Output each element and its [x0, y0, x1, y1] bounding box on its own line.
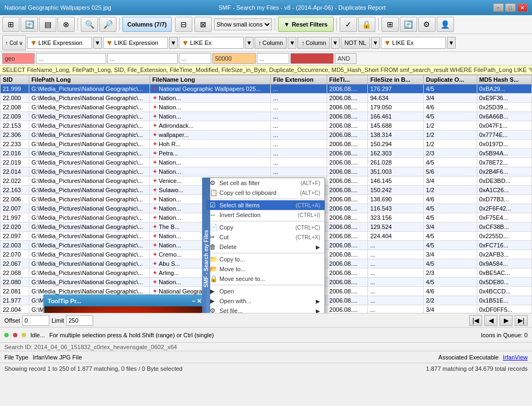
- offset-input[interactable]: [22, 315, 49, 326]
- filter-input-5[interactable]: [212, 53, 256, 64]
- filter-input-3[interactable]: [107, 53, 178, 64]
- menu-sep-3: [206, 253, 325, 253]
- table-row[interactable]: 22.008G:\Media_Pictures\National Geograp…: [1, 103, 532, 112]
- col-filepath[interactable]: FilePath Long: [29, 75, 150, 84]
- last-page-btn[interactable]: ▶|: [515, 315, 528, 326]
- filter-arrow-1[interactable]: ▼: [93, 37, 102, 49]
- menu-select-all[interactable]: ☑ Select all Items (CTRL+A): [206, 200, 325, 210]
- table-header-row: SID FilePath Long FileName Long File Ext…: [1, 75, 532, 84]
- next-page-btn[interactable]: ▶: [499, 315, 512, 326]
- table-row[interactable]: 22.019G:\Media_Pictures\National Geograp…: [1, 158, 532, 167]
- tooltip-close[interactable]: ✕: [197, 298, 202, 305]
- menu-copy-cell[interactable]: 📋 Copy cell to clipboard (ALT+C): [206, 188, 325, 198]
- prev-page-btn[interactable]: ◀: [484, 315, 497, 326]
- col-filesize[interactable]: FileSize in B...: [368, 75, 424, 84]
- col-sort-btn[interactable]: ↑ Col ∨: [2, 35, 26, 50]
- col-sid[interactable]: SID: [1, 75, 29, 84]
- menu-copy-to[interactable]: 📁 Copy to...: [206, 254, 325, 264]
- table-row[interactable]: 22.014G:\Media_Pictures\National Geograp…: [1, 167, 532, 176]
- toolbar-right-2[interactable]: 🔒: [358, 17, 375, 32]
- toolbar-btn-1[interactable]: ⊞: [2, 17, 20, 32]
- col-ext[interactable]: File Extension: [271, 75, 327, 84]
- toolbar-btn-5[interactable]: 🔍: [81, 17, 98, 32]
- filter-input-6[interactable]: [257, 53, 289, 64]
- filter-arrow-3[interactable]: ▼: [245, 37, 254, 49]
- minimize-button[interactable]: −: [493, 3, 504, 12]
- column-filter-4[interactable]: ↑Column: [255, 37, 287, 49]
- tooltip-controls: − ✕: [192, 298, 202, 305]
- filter-like-3[interactable]: ▼ LIKE Ex: [179, 37, 244, 49]
- menu-delete[interactable]: 🗑 Delete ▶: [206, 242, 325, 252]
- column-filter-5[interactable]: ↑Column: [297, 37, 329, 49]
- filter-like-1[interactable]: ▼ LIKE Expression: [27, 37, 92, 49]
- filter-arrow-4[interactable]: ▼: [288, 37, 296, 49]
- toolbar-btn-6[interactable]: 🔎: [99, 17, 116, 32]
- col-filename[interactable]: FileName Long: [150, 75, 271, 84]
- icon-view-btn-2[interactable]: ⊠: [194, 17, 212, 32]
- filter-and[interactable]: [335, 53, 356, 64]
- search-input-1[interactable]: [2, 53, 35, 64]
- nav-bar: Offset Limit |◀ ◀ ▶ ▶|: [0, 313, 532, 327]
- menu-open[interactable]: ▶ Open: [206, 286, 325, 296]
- filter-arrow-5[interactable]: ▼: [331, 37, 340, 49]
- row-star-icon: ✦: [152, 251, 158, 258]
- menu-set-file[interactable]: ⚙ Set file... ▶: [206, 306, 325, 313]
- col-filetime[interactable]: FileTi...: [327, 75, 368, 84]
- row-star-icon: ✦: [152, 186, 158, 194]
- toolbar-right-6[interactable]: 👤: [437, 17, 454, 32]
- toolbar-right-1[interactable]: ✓: [340, 17, 357, 32]
- table-row[interactable]: 22.000G:\Media_Pictures\National Geograp…: [1, 94, 532, 103]
- filter-icon-3: ▼: [181, 38, 189, 47]
- columns-button[interactable]: Columns (7/7): [122, 17, 172, 32]
- filter-input-7[interactable]: [290, 53, 334, 64]
- fire-image: [44, 306, 205, 313]
- maximize-button[interactable]: □: [505, 3, 516, 12]
- row-star-icon: ✦: [152, 205, 158, 212]
- limit-input[interactable]: [66, 315, 93, 326]
- tooltip-minimize[interactable]: −: [192, 298, 196, 305]
- menu-copy[interactable]: 📄 Copy (CTRL+C): [206, 222, 325, 232]
- menu-open-with[interactable]: ▶ Open with... ▶: [206, 296, 325, 306]
- menu-invert-selection[interactable]: ↔ Invert Selection (CTRL+I): [206, 210, 325, 220]
- context-menu: ⚙ Set cell as filter (ALT+F) 📋 Copy cell…: [206, 178, 325, 313]
- col-dup[interactable]: Duplicate O...: [424, 75, 477, 84]
- menu-move-secure[interactable]: 🔒 Move secure to...: [206, 274, 325, 284]
- filter-input-2[interactable]: [36, 53, 106, 64]
- toolbar-right-5[interactable]: ⚙: [418, 17, 436, 32]
- filter-arrow-7[interactable]: ▼: [447, 37, 456, 49]
- filter-like-2[interactable]: ▼ LIKE Expression: [103, 37, 168, 49]
- filter-input-4[interactable]: [179, 53, 211, 64]
- menu-set-cell-filter[interactable]: ⚙ Set cell as filter (ALT+F): [206, 178, 325, 188]
- toolbar-btn-4[interactable]: ⊗: [57, 17, 75, 32]
- filter-arrow-6[interactable]: ▼: [371, 37, 380, 49]
- not-null-filter[interactable]: NOT NL: [341, 37, 370, 49]
- toolbar-btn-3[interactable]: ▤: [39, 17, 56, 32]
- toolbar-right-3[interactable]: ⊞: [381, 17, 399, 32]
- reset-filters-button[interactable]: ▼ Reset Filters: [278, 17, 334, 32]
- filter-like-7[interactable]: ▼ LIKE Ex: [381, 37, 446, 49]
- menu-cut[interactable]: ✂ Cut (CTRL+X): [206, 232, 325, 242]
- limit-label: Limit: [51, 317, 64, 324]
- select-all-icon: ☑: [210, 201, 216, 209]
- table-row[interactable]: 22.009G:\Media_Pictures\National Geograp…: [1, 112, 532, 121]
- table-row[interactable]: 22.306G:\Media_Pictures\National Geograp…: [1, 130, 532, 140]
- title-left: National Geographic Wallpapers 025.jpg: [4, 4, 111, 11]
- table-row[interactable]: 22.153G:\Media_Pictures\National Geograp…: [1, 121, 532, 130]
- filter-arrow-2[interactable]: ▼: [169, 37, 178, 49]
- table-row[interactable]: 21.999G:\Media_Pictures\National Geograp…: [1, 84, 532, 94]
- status-light-1: [4, 333, 9, 337]
- row-star-icon: ✦: [152, 269, 158, 277]
- table-row[interactable]: 22.233G:\Media_Pictures\National Geograp…: [1, 140, 532, 149]
- col-md5[interactable]: MD5 Hash S...: [477, 75, 531, 84]
- first-page-btn[interactable]: |◀: [469, 315, 482, 326]
- toolbar-right-4[interactable]: 🔄: [400, 17, 417, 32]
- smf-watermark: SMF - Search my Files: [202, 178, 210, 313]
- sep-1: [77, 18, 78, 31]
- menu-move-to[interactable]: 📂 Move to...: [206, 264, 325, 274]
- toolbar-btn-2[interactable]: 🔄: [21, 17, 38, 32]
- table-row[interactable]: 22.016G:\Media_Pictures\National Geograp…: [1, 149, 532, 158]
- icon-view-btn-1[interactable]: ⊟: [175, 17, 192, 32]
- irfanview-link[interactable]: IrfanView: [503, 354, 528, 361]
- close-button[interactable]: ✕: [517, 3, 528, 12]
- show-icons-select[interactable]: Show small icons: [214, 18, 272, 30]
